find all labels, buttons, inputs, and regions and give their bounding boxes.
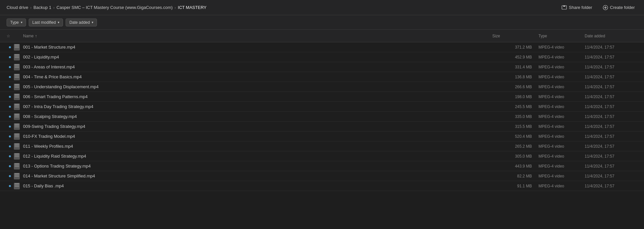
- file-icon-12: [13, 163, 20, 170]
- row-dot-5: [7, 96, 13, 98]
- file-size-6: 245.5 MB: [492, 104, 538, 109]
- table-row[interactable]: 011 - Weekly Profiles.mp4 265.2 MB MPEG-…: [0, 141, 644, 151]
- file-icon-img-2: [14, 64, 20, 70]
- table-row[interactable]: 003 - Areas of Interest.mp4 331.4 MB MPE…: [0, 62, 644, 72]
- dot-indicator-10: [9, 145, 11, 147]
- breadcrumb-current: ICT MASTERY: [178, 5, 206, 10]
- file-type-10: MPEG-4 video: [538, 144, 585, 149]
- name-sort-arrow-icon: ↑: [35, 34, 37, 38]
- date-added-filter-button[interactable]: Date added ▾: [66, 19, 97, 26]
- table-row[interactable]: 009-Swing Trading Strategy.mp4 315.5 MB …: [0, 122, 644, 132]
- breadcrumb-cloud-drive[interactable]: Cloud drive: [7, 5, 28, 10]
- dot-indicator-2: [9, 66, 11, 68]
- header-size[interactable]: Size: [492, 34, 538, 38]
- breadcrumb-sep-3: ›: [175, 6, 176, 10]
- row-dot-12: [7, 165, 13, 167]
- dot-indicator-5: [9, 96, 11, 98]
- row-dot-3: [7, 76, 13, 78]
- file-date-3: 11/4/2024, 17:57: [585, 75, 637, 79]
- breadcrumb-course[interactable]: Casper SMC – ICT Mastery Course (www.Gig…: [56, 5, 172, 10]
- file-type-5: MPEG-4 video: [538, 95, 585, 99]
- file-date-9: 11/4/2024, 17:57: [585, 134, 637, 139]
- breadcrumb-sep-2: ›: [53, 6, 55, 10]
- file-type-8: MPEG-4 video: [538, 124, 585, 129]
- table-row[interactable]: 005 - Understanding Displacement.mp4 266…: [0, 82, 644, 92]
- row-dot-1: [7, 56, 13, 58]
- share-folder-button[interactable]: Share folder: [559, 4, 595, 12]
- dot-indicator-13: [9, 175, 11, 177]
- file-date-7: 11/4/2024, 17:57: [585, 114, 637, 119]
- row-dot-9: [7, 135, 13, 137]
- last-modified-filter-button[interactable]: Last modified ▾: [29, 19, 63, 26]
- type-chevron-icon: ▾: [21, 20, 22, 24]
- file-size-7: 335.0 MB: [492, 114, 538, 119]
- file-icon-img-12: [14, 163, 20, 170]
- file-icon-img-13: [14, 173, 20, 179]
- create-folder-icon: [603, 5, 608, 10]
- table-row[interactable]: 002 - Liquidity.mp4 452.9 MB MPEG-4 vide…: [0, 52, 644, 62]
- file-name-7: 008 - Scalping Strategy.mp4: [23, 114, 479, 119]
- breadcrumb-backup1[interactable]: Backup 1: [33, 5, 51, 10]
- file-icon-1: [13, 54, 20, 61]
- file-size-8: 315.5 MB: [492, 124, 538, 129]
- file-name-2: 003 - Areas of Interest.mp4: [23, 64, 479, 69]
- file-name-5: 006 - Smart Trading Patterns.mp4: [23, 94, 479, 99]
- table-row[interactable]: 008 - Scalping Strategy.mp4 335.0 MB MPE…: [0, 112, 644, 122]
- table-row[interactable]: 012 - Liquidity Raid Strategy.mp4 305.0 …: [0, 151, 644, 161]
- file-size-10: 265.2 MB: [492, 144, 538, 149]
- row-dot-2: [7, 66, 13, 68]
- file-size-4: 266.6 MB: [492, 85, 538, 89]
- file-type-4: MPEG-4 video: [538, 85, 585, 89]
- table-row[interactable]: 001 - Market Structure.mp4 371.2 MB MPEG…: [0, 42, 644, 52]
- header-name[interactable]: Name ↑: [23, 34, 479, 38]
- file-name-0: 001 - Market Structure.mp4: [23, 45, 479, 50]
- file-type-12: MPEG-4 video: [538, 164, 585, 169]
- row-dot-10: [7, 145, 13, 147]
- table-row[interactable]: 015 - Daily Bias .mp4 91.1 MB MPEG-4 vid…: [0, 181, 644, 191]
- file-icon-10: [13, 143, 20, 150]
- row-dot-11: [7, 155, 13, 157]
- last-modified-filter-label: Last modified: [32, 20, 56, 25]
- breadcrumb: Cloud drive › Backup 1 › Casper SMC – IC…: [7, 5, 206, 10]
- file-type-9: MPEG-4 video: [538, 134, 585, 139]
- file-date-4: 11/4/2024, 17:57: [585, 85, 637, 89]
- file-icon-0: [13, 44, 20, 51]
- file-icon-6: [13, 103, 20, 110]
- table-row[interactable]: 014 - Market Structure Simplified.mp4 82…: [0, 171, 644, 181]
- file-icon-5: [13, 93, 20, 100]
- dot-indicator-11: [9, 155, 11, 157]
- file-date-6: 11/4/2024, 17:57: [585, 104, 637, 109]
- create-folder-button[interactable]: Create folder: [600, 4, 637, 12]
- file-icon-3: [13, 73, 20, 81]
- file-icon-img-8: [14, 123, 20, 130]
- header-type[interactable]: Type: [538, 34, 585, 38]
- table-row[interactable]: 013 - Options Trading Strategy.mp4 443.9…: [0, 161, 644, 171]
- row-dot-14: [7, 185, 13, 187]
- file-icon-14: [13, 182, 20, 190]
- file-icon-img-0: [14, 44, 20, 51]
- dot-indicator-3: [9, 76, 11, 78]
- row-dot-6: [7, 106, 13, 108]
- file-size-12: 443.9 MB: [492, 164, 538, 169]
- file-icon-2: [13, 63, 20, 71]
- file-date-13: 11/4/2024, 17:57: [585, 174, 637, 178]
- file-date-8: 11/4/2024, 17:57: [585, 124, 637, 129]
- file-name-1: 002 - Liquidity.mp4: [23, 55, 479, 59]
- file-type-2: MPEG-4 video: [538, 65, 585, 69]
- file-icon-img-4: [14, 84, 20, 90]
- row-dot-13: [7, 175, 13, 177]
- file-icon-img-3: [14, 74, 20, 80]
- header-date-added[interactable]: Date added: [585, 34, 637, 38]
- file-icon-img-14: [14, 183, 20, 189]
- type-filter-button[interactable]: Type ▾: [7, 19, 26, 26]
- file-icon-7: [13, 113, 20, 120]
- table-row[interactable]: 004 - Time & Price Basics.mp4 136.8 MB M…: [0, 72, 644, 82]
- table-row[interactable]: 010-FX Trading Model.mp4 520.4 MB MPEG-4…: [0, 132, 644, 141]
- file-type-3: MPEG-4 video: [538, 75, 585, 79]
- table-row[interactable]: 006 - Smart Trading Patterns.mp4 198.0 M…: [0, 92, 644, 102]
- breadcrumb-sep-1: ›: [30, 6, 32, 10]
- file-size-3: 136.8 MB: [492, 75, 538, 79]
- table-row[interactable]: 007 - Intra Day Trading Strategy.mp4 245…: [0, 102, 644, 112]
- file-type-13: MPEG-4 video: [538, 174, 585, 178]
- top-bar: Cloud drive › Backup 1 › Casper SMC – IC…: [0, 0, 644, 15]
